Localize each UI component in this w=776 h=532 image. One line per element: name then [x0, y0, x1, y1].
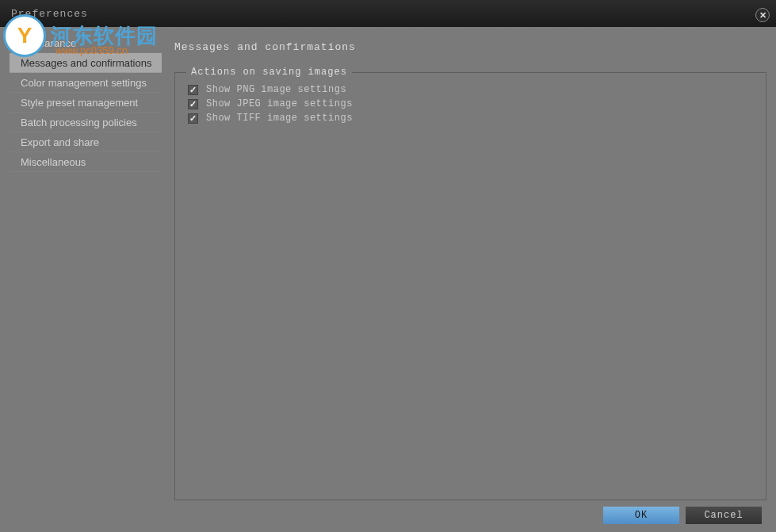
sidebar: Appearance Messages and confirmations Co… — [10, 33, 162, 500]
sidebar-item-style-preset[interactable]: Style preset management — [10, 93, 162, 113]
checkbox-row-png: Show PNG image settings — [188, 82, 753, 97]
sidebar-item-export-share[interactable]: Export and share — [10, 132, 162, 152]
checkbox-label-png[interactable]: Show PNG image settings — [206, 84, 346, 95]
checkbox-label-jpeg[interactable]: Show JPEG image settings — [206, 98, 353, 109]
sidebar-item-batch-processing[interactable]: Batch processing policies — [10, 113, 162, 132]
checkbox-row-jpeg: Show JPEG image settings — [188, 97, 753, 111]
main-content: Appearance Messages and confirmations Co… — [0, 27, 776, 500]
sidebar-item-color-management[interactable]: Color management settings — [10, 73, 162, 93]
fieldset-legend: Actions on saving images — [186, 67, 352, 78]
checkbox-row-tiff: Show TIFF image settings — [188, 111, 753, 125]
ok-button[interactable]: OK — [603, 507, 679, 524]
sidebar-item-messages[interactable]: Messages and confirmations — [10, 53, 162, 73]
sidebar-item-miscellaneous[interactable]: Miscellaneous — [10, 152, 162, 172]
sidebar-item-appearance[interactable]: Appearance — [10, 33, 162, 53]
checkbox-tiff[interactable] — [188, 113, 198, 124]
cancel-button[interactable]: Cancel — [686, 507, 762, 524]
fieldset-actions-saving: Actions on saving images Show PNG image … — [174, 72, 766, 500]
close-button[interactable]: ✕ — [755, 8, 770, 22]
content-title: Messages and confirmations — [174, 41, 766, 53]
checkbox-label-tiff[interactable]: Show TIFF image settings — [206, 113, 353, 124]
checkbox-png[interactable] — [188, 85, 198, 95]
button-row: OK Cancel — [603, 507, 762, 524]
close-icon: ✕ — [759, 11, 766, 20]
checkbox-jpeg[interactable] — [188, 99, 198, 109]
title-bar: Preferences ✕ — [0, 0, 776, 27]
content-area: Messages and confirmations Actions on sa… — [162, 33, 766, 500]
window-title: Preferences — [11, 8, 88, 20]
